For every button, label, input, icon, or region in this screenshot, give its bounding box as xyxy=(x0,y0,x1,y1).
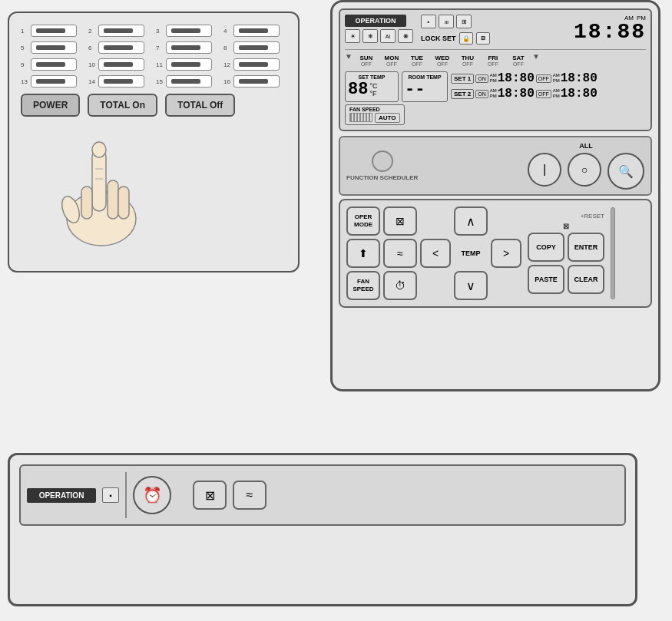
bottom-timer-icon[interactable]: ⊠ xyxy=(193,481,227,510)
set-temp-label: SET TEMP xyxy=(348,74,396,80)
set2-on-label: ON xyxy=(475,90,488,98)
bottom-display: OPERATION ▪ ⏰ ⊠ ≈ xyxy=(19,464,626,526)
day-row: SUN OFF MON OFF TUE OFF WED OFF THU OF xyxy=(355,55,530,67)
unit-slot-8[interactable] xyxy=(233,41,280,54)
set1-on-label: ON xyxy=(475,74,488,83)
unit-slot-14[interactable] xyxy=(98,75,144,88)
temp-center-label: TEMP xyxy=(454,239,488,268)
unit-num-12: 12 xyxy=(223,61,231,68)
left-key-col: OPERMODE ⬆ FANSPEED xyxy=(346,206,380,300)
unit-num-8: 8 xyxy=(223,45,231,51)
unit-slot-5[interactable] xyxy=(31,41,77,54)
unit-slot-2[interactable] xyxy=(98,25,144,37)
unit-num-11: 11 xyxy=(156,61,164,68)
paste-button[interactable]: PASTE xyxy=(528,265,564,294)
clock-button[interactable]: ⏱ xyxy=(383,271,417,300)
unit-slot-6[interactable] xyxy=(98,41,144,54)
unit-slot-7[interactable] xyxy=(166,41,212,54)
all-power-button[interactable]: | xyxy=(528,153,561,187)
unit-slot-15[interactable] xyxy=(166,75,212,88)
bottom-operation-label: OPERATION xyxy=(27,488,96,503)
unit-num-2: 2 xyxy=(88,28,96,35)
unit-row-16: 16 xyxy=(223,75,286,88)
bottom-clock-icon[interactable]: ⏰ xyxy=(133,476,171,514)
side-bars xyxy=(611,207,615,299)
bottom-wave-icon[interactable]: ≈ xyxy=(233,481,266,510)
unit-slot-3[interactable] xyxy=(166,25,212,37)
snowflake-mode-icon[interactable]: ❄ xyxy=(362,29,378,43)
enter-button[interactable]: ENTER xyxy=(568,233,604,262)
total-off-button[interactable]: TOTAL Off xyxy=(165,94,235,117)
set2-label: SET 2 xyxy=(451,89,474,99)
unit-slot-16[interactable] xyxy=(233,75,280,88)
room-temp-display: -- xyxy=(405,80,445,99)
fahrenheit-label: °F xyxy=(369,90,377,97)
center-key-col: ⊠ ≈ ⏱ xyxy=(383,206,417,300)
wave-button[interactable]: ≈ xyxy=(383,239,417,268)
set1-schedule: SET 1 ON AMPM 18:80 OFF AMPM 18:80 xyxy=(451,71,598,102)
unit-num-6: 6 xyxy=(88,45,96,51)
unit-num-3: 3 xyxy=(156,28,164,35)
fan-speed-label: FAN SPEED xyxy=(349,107,400,112)
day-thu: THU OFF xyxy=(456,55,479,67)
bottom-key-icons: ⊠ ≈ xyxy=(193,481,266,510)
room-temp-label: ROOM TEMP xyxy=(405,74,445,80)
all-search-button[interactable]: 🔍 xyxy=(607,153,644,190)
lock-icon-2[interactable]: ⊟ xyxy=(476,32,490,45)
svg-rect-3 xyxy=(108,180,118,219)
grid-icon-3[interactable]: ⊞ xyxy=(456,15,472,28)
unit-row-11: 11 xyxy=(156,58,219,71)
unit-slot-1[interactable] xyxy=(31,25,77,37)
right-button[interactable]: > xyxy=(491,239,521,268)
lock-icon-1[interactable]: 🔒 xyxy=(459,32,473,45)
grid-icon-2[interactable]: ⊞ xyxy=(439,15,454,28)
function-scheduler-section: FUNCTION SCHEDULER ALL | ○ 🔍 xyxy=(339,136,652,196)
day-tue: TUE OFF xyxy=(406,55,429,67)
unit-slot-9[interactable] xyxy=(31,58,77,71)
unit-num-7: 7 xyxy=(156,45,164,51)
operation-label: OPERATION xyxy=(345,15,406,27)
fan-speed-button[interactable]: FANSPEED xyxy=(346,271,380,300)
lcd-display-section: OPERATION ☀ ❄ AI ❋ ▪ ⊞ ⊞ LOCK SET xyxy=(339,8,652,131)
left-button[interactable]: < xyxy=(420,239,451,268)
unit-slot-11[interactable] xyxy=(166,58,212,71)
power-button[interactable]: POWER xyxy=(21,94,80,117)
unit-slot-10[interactable] xyxy=(98,58,144,71)
unit-row-6: 6 xyxy=(88,41,151,54)
display-top-row: OPERATION ☀ ❄ AI ❋ ▪ ⊞ ⊞ LOCK SET xyxy=(345,15,646,46)
unit-slot-4[interactable] xyxy=(233,25,280,37)
divider xyxy=(125,472,127,518)
room-temp-box: ROOM TEMP -- xyxy=(402,71,448,102)
day-fri: FRI OFF xyxy=(482,55,505,67)
upload-button[interactable]: ⬆ xyxy=(346,239,380,268)
clear-button[interactable]: CLEAR xyxy=(568,265,604,294)
unit-num-14: 14 xyxy=(88,78,96,85)
bottom-icon-1[interactable]: ▪ xyxy=(102,487,119,503)
timer-button[interactable]: ⊠ xyxy=(383,206,417,236)
day-mon: MON OFF xyxy=(380,55,403,67)
up-button[interactable]: ∧ xyxy=(454,206,488,236)
sun-mode-icon[interactable]: ☀ xyxy=(345,29,360,43)
unit-slot-12[interactable] xyxy=(233,58,280,71)
hand-illustration xyxy=(48,127,155,249)
fan-mode-icon[interactable]: ❋ xyxy=(398,29,413,43)
grid-icon-1[interactable]: ▪ xyxy=(421,15,436,28)
unit-slot-13[interactable] xyxy=(31,75,77,88)
function-scheduler-label: FUNCTION SCHEDULER xyxy=(346,174,418,181)
unit-grid: 1 2 3 4 5 6 7 8 xyxy=(21,25,286,88)
set1-on-time: 18:80 xyxy=(498,71,535,85)
nav-keypad: ∧ < TEMP > ∨ xyxy=(420,206,521,300)
down-button[interactable]: ∨ xyxy=(454,271,488,300)
unit-row-8: 8 xyxy=(223,41,286,54)
unit-num-9: 9 xyxy=(21,61,28,68)
unit-num-13: 13 xyxy=(21,78,28,85)
unit-row-9: 9 xyxy=(21,58,84,71)
all-mode-button[interactable]: ○ xyxy=(568,153,601,187)
unit-row-7: 7 xyxy=(156,41,219,54)
oper-mode-button[interactable]: OPERMODE xyxy=(346,206,380,236)
copy-button[interactable]: COPY xyxy=(528,233,564,262)
unit-num-10: 10 xyxy=(88,61,96,68)
ai-mode-icon[interactable]: AI xyxy=(380,29,396,43)
total-on-button[interactable]: TOTAL On xyxy=(88,94,157,117)
set-temp-box: SET TEMP 88 °C °F xyxy=(345,71,399,102)
